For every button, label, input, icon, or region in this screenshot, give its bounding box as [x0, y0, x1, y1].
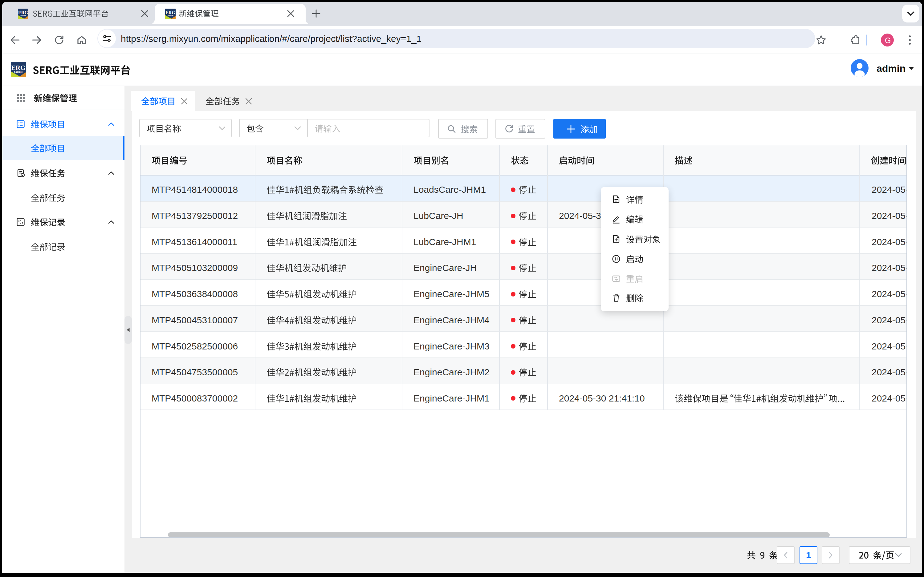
- svg-text:Sample: Sample: [14, 70, 23, 73]
- svg-text:Sample: Sample: [167, 15, 173, 16]
- svg-text:ERG: ERG: [18, 10, 28, 15]
- svg-text:ERG: ERG: [165, 10, 176, 15]
- svg-text:Sample: Sample: [20, 15, 26, 16]
